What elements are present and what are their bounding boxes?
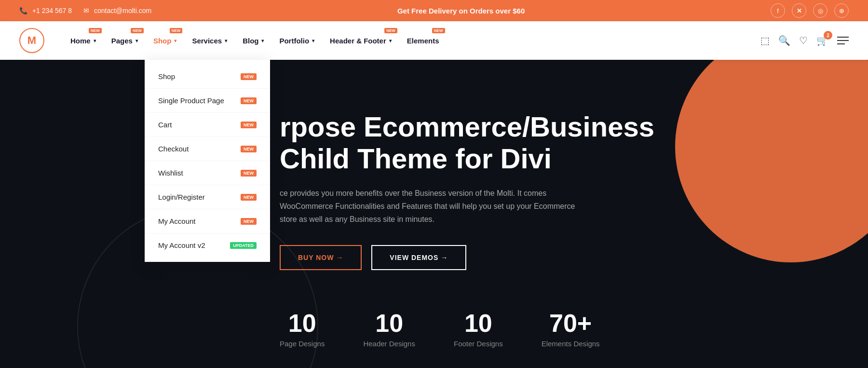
nav-portfolio-label: Portfolio — [279, 37, 309, 45]
nav-pages-label: Pages — [111, 37, 133, 45]
stat-header-designs: 10 Header Designs — [363, 309, 415, 348]
hamburger-line-2 — [837, 40, 849, 41]
nav-item-elements[interactable]: Elements NEW — [400, 21, 446, 60]
promo-text: Get Free Delivery on Orders over $60 — [397, 7, 525, 15]
hero-title-line2: Child Theme for Divi — [280, 143, 552, 174]
cart-badge: NEW — [241, 122, 257, 128]
nav-blog-label: Blog — [243, 37, 258, 45]
stat-elements-designs: 70+ Elements Designs — [542, 309, 600, 348]
dropdown-item-login-register[interactable]: Login/Register NEW — [145, 185, 270, 209]
stat-footer-designs: 10 Footer Designs — [454, 309, 503, 348]
my-account-v2-badge: UPDATED — [230, 242, 257, 249]
dropdown-item-checkout[interactable]: Checkout NEW — [145, 137, 270, 161]
facebook-icon[interactable]: f — [771, 3, 785, 18]
phone-icon: 📞 — [19, 7, 27, 14]
dropdown-item-shop[interactable]: Shop NEW — [145, 65, 270, 89]
nav-item-shop[interactable]: Shop ▾ NEW — [147, 21, 184, 60]
instagram-icon[interactable]: ◎ — [813, 3, 827, 18]
login-register-badge: NEW — [241, 194, 257, 201]
hero-description: ce provides you more benefits over the B… — [280, 187, 579, 226]
nav-elements-label: Elements — [407, 37, 439, 45]
stat-footer-designs-number: 10 — [454, 309, 503, 338]
nav-item-services[interactable]: Services ▾ — [185, 21, 234, 60]
home-new-badge: NEW — [89, 28, 102, 33]
dropdown-login-register-label: Login/Register — [158, 193, 205, 201]
chevron-down-icon: ▾ — [225, 38, 227, 43]
hero-section: rpose Ecommerce/Business Child Theme for… — [0, 60, 868, 368]
dropdown-single-product-label: Single Product Page — [158, 96, 224, 105]
stat-footer-designs-label: Footer Designs — [454, 340, 503, 348]
hero-title-line1: rpose Ecommerce/Business — [280, 111, 654, 142]
stat-page-designs-number: 10 — [280, 309, 325, 338]
cart-count-badge: 2 — [824, 31, 832, 40]
dropdown-shop-label: Shop — [158, 72, 175, 81]
phone-contact[interactable]: 📞 +1 234 567 8 — [19, 7, 72, 14]
stat-header-designs-label: Header Designs — [363, 340, 415, 348]
chevron-down-icon: ▾ — [261, 38, 264, 43]
dropdown-cart-label: Cart — [158, 121, 172, 129]
dropdown-item-cart[interactable]: Cart NEW — [145, 113, 270, 137]
shop-badge: NEW — [241, 73, 257, 80]
dropdown-my-account-v2-label: My Account v2 — [158, 241, 205, 249]
nav-actions: ⬚ 🔍 ♡ 🛒 2 — [760, 35, 849, 46]
nav-services-label: Services — [192, 37, 222, 45]
dribbble-icon[interactable]: ⊕ — [834, 3, 849, 18]
my-account-badge: NEW — [241, 218, 257, 225]
main-navigation: M Home ▾ NEW Pages ▾ NEW Shop ▾ NEW Serv… — [0, 21, 868, 60]
dropdown-checkout-label: Checkout — [158, 145, 189, 153]
hamburger-line-3 — [837, 43, 845, 44]
nav-item-header-footer[interactable]: Header & Footer ▾ NEW — [323, 21, 398, 60]
pages-new-badge: NEW — [131, 28, 144, 33]
shop-dropdown: Shop NEW Single Product Page NEW Cart NE… — [145, 60, 270, 262]
stat-elements-designs-label: Elements Designs — [542, 340, 600, 348]
nav-item-home[interactable]: Home ▾ NEW — [64, 21, 103, 60]
hero-content: rpose Ecommerce/Business Child Theme for… — [0, 60, 868, 368]
header-footer-new-badge: NEW — [384, 28, 397, 33]
view-demos-button[interactable]: VIEW DEMOS → — [371, 245, 466, 270]
hamburger-menu[interactable] — [837, 37, 849, 44]
chevron-down-icon: ▾ — [174, 38, 176, 43]
chevron-down-icon: ▾ — [136, 38, 138, 43]
hero-title: rpose Ecommerce/Business Child Theme for… — [280, 111, 839, 175]
top-bar: 📞 +1 234 567 8 ✉ contact@molti.com Get F… — [0, 0, 868, 21]
nav-item-blog[interactable]: Blog ▾ — [236, 21, 271, 60]
dropdown-item-wishlist[interactable]: Wishlist NEW — [145, 161, 270, 185]
nav-menu: Home ▾ NEW Pages ▾ NEW Shop ▾ NEW Servic… — [64, 21, 760, 60]
dropdown-item-my-account-v2[interactable]: My Account v2 UPDATED — [145, 233, 270, 257]
site-logo[interactable]: M — [19, 28, 44, 53]
stat-elements-designs-number: 70+ — [542, 309, 600, 338]
email-contact[interactable]: ✉ contact@molti.com — [83, 7, 151, 14]
stat-page-designs: 10 Page Designs — [280, 309, 325, 348]
chevron-down-icon: ▾ — [312, 38, 314, 43]
dropdown-my-account-label: My Account — [158, 217, 196, 225]
checkout-badge: NEW — [241, 146, 257, 152]
twitter-x-icon[interactable]: ✕ — [792, 3, 806, 18]
nav-home-label: Home — [70, 37, 91, 45]
wishlist-badge: NEW — [241, 170, 257, 177]
hero-stats: 10 Page Designs 10 Header Designs 10 Foo… — [280, 309, 839, 348]
dropdown-item-single-product[interactable]: Single Product Page NEW — [145, 89, 270, 113]
chevron-down-icon: ▾ — [94, 38, 96, 43]
logo-letter: M — [27, 34, 36, 47]
dropdown-wishlist-label: Wishlist — [158, 169, 183, 177]
wishlist-button[interactable]: ♡ — [799, 35, 808, 46]
top-bar-contacts: 📞 +1 234 567 8 ✉ contact@molti.com — [19, 7, 151, 14]
nav-header-footer-label: Header & Footer — [330, 37, 386, 45]
nav-shop-label: Shop — [153, 37, 172, 45]
shop-new-badge: NEW — [170, 28, 183, 33]
chevron-down-icon: ▾ — [389, 38, 392, 43]
elements-new-badge: NEW — [432, 28, 445, 33]
single-product-badge: NEW — [241, 97, 257, 104]
dropdown-item-my-account[interactable]: My Account NEW — [145, 209, 270, 233]
hero-buttons: BUY NOW → VIEW DEMOS → — [280, 245, 839, 270]
stat-header-designs-number: 10 — [363, 309, 415, 338]
nav-item-pages[interactable]: Pages ▾ NEW — [105, 21, 145, 60]
social-links: f ✕ ◎ ⊕ — [771, 3, 849, 18]
search-button[interactable]: 🔍 — [778, 35, 790, 46]
stat-page-designs-label: Page Designs — [280, 340, 325, 348]
buy-now-button[interactable]: BUY NOW → — [280, 245, 362, 270]
nav-item-portfolio[interactable]: Portfolio ▾ — [272, 21, 321, 60]
login-button[interactable]: ⬚ — [760, 35, 770, 46]
cart-button[interactable]: 🛒 2 — [816, 35, 828, 46]
email-icon: ✉ — [83, 7, 89, 14]
